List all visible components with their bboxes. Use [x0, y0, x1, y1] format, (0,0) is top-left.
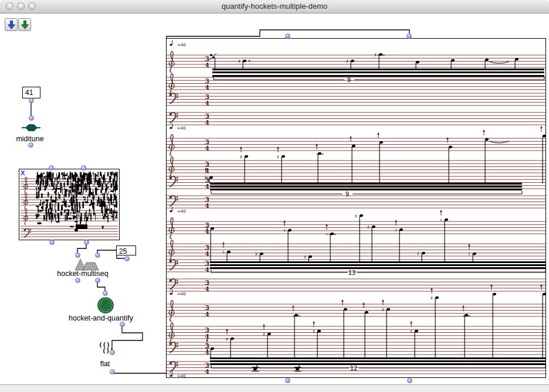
number-box-25[interactable]: 25 — [116, 246, 136, 255]
evaluate-button[interactable] — [18, 18, 31, 31]
svg-text:13: 13 — [348, 270, 356, 276]
connection-dot[interactable] — [120, 322, 125, 327]
connection-dot[interactable] — [84, 240, 89, 245]
score-editor[interactable]: =40343434349♯♯♯=40343434349♯♯♯=403434343… — [166, 38, 546, 378]
svg-text:♯: ♯ — [238, 59, 240, 64]
svg-text:=40: =40 — [177, 374, 186, 377]
score-notation: =40343434349♯♯♯=40343434349♯♯♯=403434343… — [167, 39, 545, 377]
connection-dot[interactable] — [103, 291, 108, 296]
connection-dot[interactable] — [285, 33, 290, 39]
svg-text:4: 4 — [205, 183, 209, 190]
connection-dot[interactable] — [124, 256, 130, 261]
svg-text:♯: ♯ — [263, 332, 265, 338]
svg-text:4: 4 — [205, 167, 209, 175]
svg-text:4: 4 — [205, 266, 209, 274]
svg-text:=40: =40 — [177, 43, 186, 47]
svg-text:4: 4 — [205, 311, 209, 318]
connection-dot[interactable] — [95, 278, 100, 283]
svg-text:4: 4 — [205, 119, 209, 127]
svg-text:9: 9 — [347, 77, 351, 83]
connection-dot[interactable] — [285, 378, 290, 383]
svg-text:12: 12 — [350, 365, 358, 371]
svg-text:4: 4 — [205, 250, 209, 258]
svg-text:♯: ♯ — [226, 336, 228, 342]
app-window: quantify-hockets-multiple-demo 41 miditu… — [0, 0, 549, 392]
connection-dot[interactable] — [95, 253, 100, 258]
svg-text:♯: ♯ — [304, 254, 306, 260]
connection-dot[interactable] — [49, 240, 55, 245]
svg-text:♮: ♮ — [468, 251, 470, 257]
svg-text:=40: =40 — [177, 209, 186, 214]
svg-text:♯: ♯ — [417, 251, 419, 257]
connection-dot[interactable] — [406, 33, 412, 39]
close-icon[interactable]: X — [21, 169, 25, 176]
blue-down-arrow-icon — [8, 21, 15, 29]
connection-dot[interactable] — [110, 350, 115, 355]
hocket-multiseq-label[interactable]: hocket-multiseq — [57, 270, 109, 278]
title-bar[interactable]: quantify-hockets-multiple-demo — [0, 0, 549, 13]
hocket-and-quantify-label[interactable]: hocket-and-quantify — [69, 314, 133, 322]
number-box-41[interactable]: 41 — [22, 87, 40, 98]
svg-text:♯: ♯ — [346, 59, 348, 64]
svg-text:♯: ♯ — [206, 226, 208, 232]
svg-text:♮: ♮ — [326, 231, 327, 237]
svg-text:♮: ♮ — [395, 227, 396, 233]
svg-text:♮: ♮ — [440, 217, 442, 223]
svg-text:=40: =40 — [177, 292, 186, 296]
svg-text:♯: ♯ — [205, 175, 207, 181]
connection-dot[interactable] — [29, 115, 34, 121]
svg-text:4: 4 — [205, 100, 209, 107]
svg-text:4: 4 — [205, 62, 209, 69]
miditune-label[interactable]: miditune — [16, 135, 43, 143]
svg-text:9: 9 — [345, 191, 349, 197]
svg-text:♯: ♯ — [382, 307, 384, 313]
svg-text:♯: ♯ — [206, 346, 208, 352]
green-down-arrow-icon — [21, 21, 29, 29]
connection-dot[interactable] — [110, 369, 115, 374]
connection-dot[interactable] — [28, 142, 33, 148]
window-bottom-bar — [0, 384, 549, 392]
score-preview-box[interactable]: X — [19, 169, 120, 240]
svg-text:♯: ♯ — [355, 213, 357, 219]
connection-dot[interactable] — [49, 165, 54, 171]
connection-dot[interactable] — [75, 253, 80, 258]
score-preview-notation — [19, 169, 118, 238]
svg-text:♯: ♯ — [313, 329, 315, 335]
svg-text:=40: =40 — [177, 126, 186, 131]
svg-text:4: 4 — [205, 84, 209, 91]
svg-text:4: 4 — [205, 202, 209, 210]
window-title: quantify-hockets-multiple-demo — [0, 2, 549, 11]
svg-text:♯: ♯ — [410, 329, 412, 335]
connection-dot[interactable] — [29, 98, 34, 103]
connection-dot[interactable] — [75, 278, 80, 283]
load-button[interactable] — [5, 18, 18, 31]
svg-text:4: 4 — [205, 368, 209, 376]
svg-text:♮: ♮ — [283, 228, 285, 234]
flat-label[interactable]: flat — [100, 360, 110, 368]
svg-text:♯: ♯ — [367, 224, 370, 230]
connection-dot[interactable] — [81, 165, 86, 171]
svg-text:♮: ♮ — [222, 250, 224, 255]
svg-text:♯: ♯ — [255, 251, 257, 257]
svg-text:4: 4 — [205, 285, 209, 293]
svg-text:♯: ♯ — [240, 154, 242, 160]
svg-text:♯: ♯ — [374, 52, 377, 58]
svg-text:4: 4 — [205, 145, 209, 152]
connection-dot[interactable] — [407, 378, 412, 383]
svg-text:♯: ♯ — [431, 295, 433, 301]
svg-text:♯: ♯ — [277, 154, 279, 160]
